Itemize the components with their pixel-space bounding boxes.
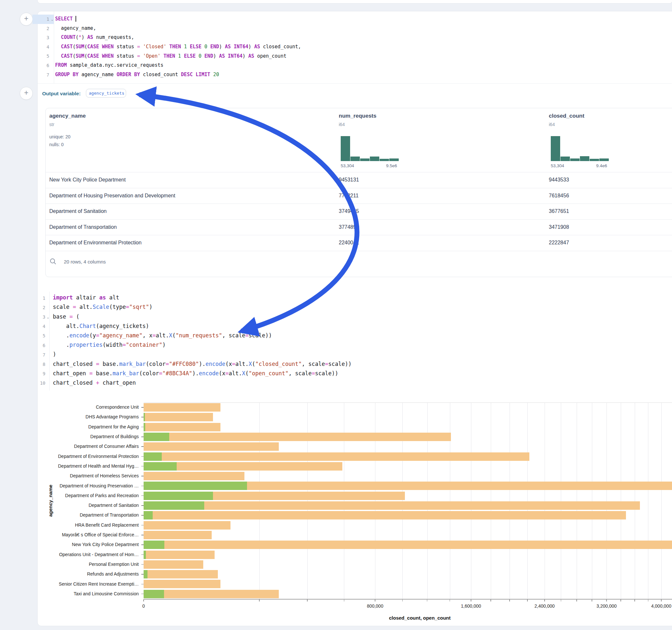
column-histogram-bar [580, 156, 589, 161]
x-axis-tick [450, 600, 450, 602]
notebook-page: + + Output variable: agency_tickets Corr… [0, 0, 672, 630]
table-cell: 7618456 [549, 193, 569, 199]
table-cell: 3677651 [549, 209, 569, 214]
table-column-header[interactable]: closed_count [549, 113, 584, 119]
column-histogram-bar [351, 156, 360, 161]
bar-open [144, 501, 204, 510]
bar-open [144, 570, 147, 579]
histogram-max-label: 9.5e6 [386, 163, 397, 168]
y-axis-label: Department of Buildings [0, 434, 139, 439]
x-axis-tick [402, 600, 403, 602]
y-axis-label: DHS Advantage Programs [0, 414, 139, 419]
python-line-number: 6 [31, 343, 45, 348]
table-cell: Department of Sanitation [49, 209, 107, 214]
python-code-line: chart_closed + chart_open [53, 380, 136, 386]
bar-open [144, 433, 169, 441]
x-axis-tick [259, 600, 260, 602]
column-histogram-bar [389, 159, 399, 161]
y-axis-label: New York City Police Department [0, 542, 139, 547]
bar-open [144, 453, 162, 461]
x-axis-tick [509, 600, 510, 602]
y-axis-label: Department of Consumer Affairs [0, 444, 139, 449]
column-histogram-bar [551, 136, 560, 161]
table-row[interactable]: New York City Police Department945313194… [46, 172, 672, 188]
sql-line-number: 3 [35, 35, 49, 40]
table-cell: 2222847 [549, 240, 569, 246]
chart-gridline [648, 403, 648, 599]
python-code-line: alt.Chart(agency_tickets) [53, 323, 149, 329]
python-code-line: .properties(width="container") [53, 342, 166, 348]
chart-gridline [307, 403, 308, 599]
x-tick-label: 0 [142, 603, 145, 609]
python-line-number: 3 [31, 314, 45, 319]
table-cell: 3749485 [339, 209, 359, 214]
x-axis-tick [307, 600, 308, 602]
bar-closed [144, 423, 220, 431]
table-column-dtype: str [49, 122, 54, 127]
column-histogram-bar [370, 156, 379, 161]
sql-code-line: GROUP BY agency_name ORDER BY closed_cou… [55, 72, 219, 77]
histogram-min-label: 53,304 [341, 163, 354, 168]
y-axis-label: Department of Housing Preservation … [0, 483, 139, 488]
y-axis-tick [141, 515, 144, 516]
chart-gridline [592, 403, 592, 599]
sql-line-number: 5 [35, 53, 49, 59]
table-cell: 9443533 [549, 177, 569, 183]
table-column-header[interactable]: agency_name [49, 113, 86, 119]
table-cell: Department of Housing Preservation and D… [49, 193, 175, 199]
sql-code-line: FROM sample_data.nyc.service_requests [55, 62, 163, 68]
table-row[interactable]: Department of Sanitation37494853677651 [46, 204, 672, 219]
chart-gridline [661, 403, 662, 599]
x-axis-tick [661, 600, 662, 602]
chart-gridline [527, 403, 528, 599]
bar-open [144, 551, 146, 559]
x-axis-tick [471, 600, 471, 602]
y-axis-label: Department of Homeless Services [0, 473, 139, 478]
y-axis-tick [141, 486, 144, 486]
x-axis-tick [143, 600, 144, 602]
x-axis-tick [576, 600, 577, 602]
x-tick-label: 800,000 [367, 603, 383, 609]
sql-fold-chevron-icon[interactable]: ⌄ [51, 17, 54, 22]
table-column-dtype: i64 [549, 122, 555, 127]
x-axis-line [144, 599, 672, 600]
python-line-number: 5 [31, 333, 45, 338]
python-code-line: scale = alt.Scale(type="sqrt") [53, 304, 152, 310]
y-axis-label: Department of Transportation [0, 512, 139, 517]
sql-code-line: SELECT [55, 16, 76, 22]
chart-gridline [545, 403, 545, 599]
table-column-header[interactable]: num_requests [339, 113, 376, 119]
python-code-line: base = ( [53, 313, 79, 320]
x-axis-tick [561, 600, 561, 602]
histogram-min-label: 53,304 [551, 163, 564, 168]
y-axis-tick [141, 407, 144, 408]
y-axis-label: Refunds and Adjustments [0, 571, 139, 577]
column-histogram-bar [341, 136, 350, 161]
y-axis-tick [141, 476, 144, 477]
bar-closed [144, 540, 672, 549]
x-tick-label: 3,200,000 [597, 603, 617, 609]
x-axis-title: closed_count, open_count [389, 615, 451, 621]
y-axis-tick [141, 555, 144, 555]
chart-gridline [471, 403, 471, 599]
search-icon[interactable] [50, 258, 57, 265]
text-caret [75, 16, 76, 22]
y-axis-tick [141, 427, 144, 428]
table-cell: New York City Police Department [49, 177, 126, 183]
y-axis-label: Personal Exemption Unit [0, 562, 139, 567]
table-row[interactable]: Department of Transportation377489234719… [46, 220, 672, 235]
histogram-max-label: 9.4e6 [596, 163, 607, 168]
y-axis-title: agency_name [48, 484, 53, 516]
bar-open [144, 423, 145, 431]
y-axis-label: Taxi and Limousine Commission [0, 591, 139, 596]
bar-closed [144, 521, 231, 530]
table-column-dtype: i64 [339, 122, 345, 127]
python-fold-chevron-icon[interactable]: ⌄ [46, 315, 50, 319]
chart-gridline [577, 403, 577, 599]
y-axis-tick [141, 446, 144, 447]
sql-line-number: 1 [35, 17, 49, 22]
table-row[interactable]: Department of Housing Preservation and D… [46, 188, 672, 204]
table-cell: 2240041 [339, 240, 359, 246]
y-axis-label: Department of Sanitation [0, 503, 139, 508]
table-row[interactable]: Department of Environmental Protection22… [46, 235, 672, 251]
